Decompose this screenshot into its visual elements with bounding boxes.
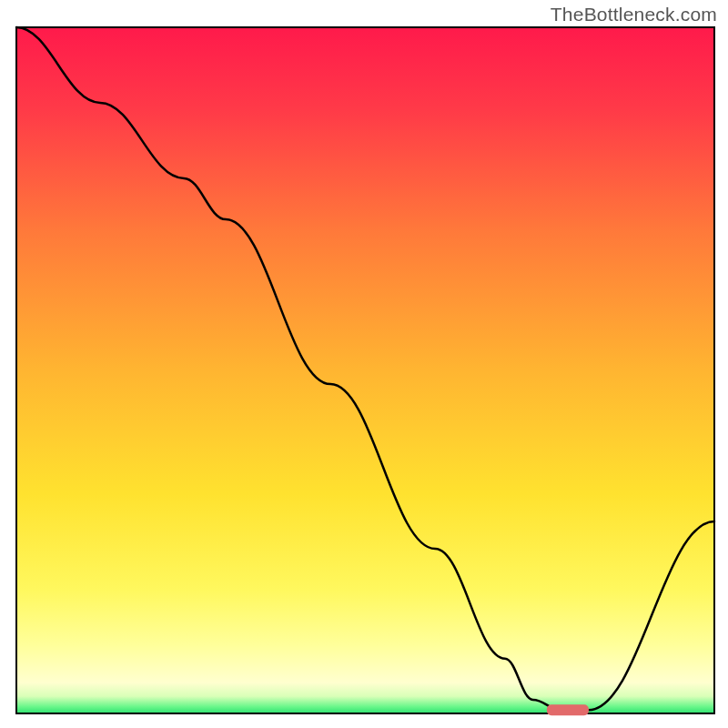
chart-container: TheBottleneck.com — [0, 0, 728, 728]
plot-background — [16, 27, 714, 713]
optimal-marker — [547, 704, 589, 715]
watermark-text: TheBottleneck.com — [551, 4, 717, 25]
bottleneck-chart — [0, 0, 728, 728]
